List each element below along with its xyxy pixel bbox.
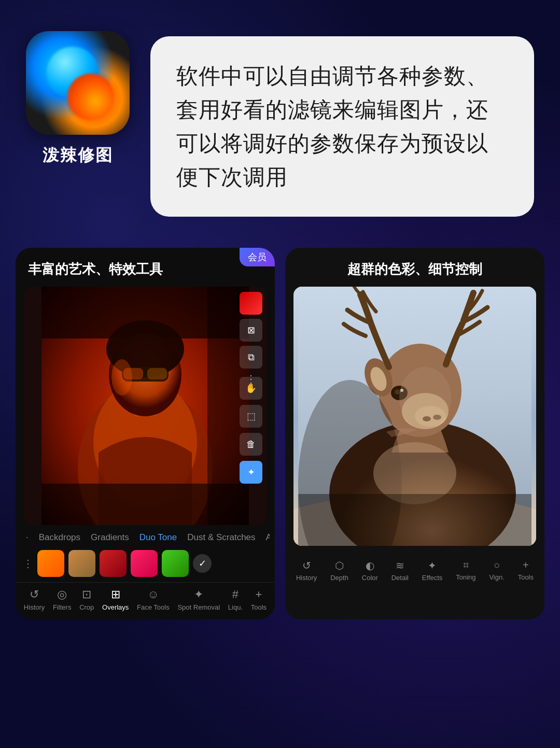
swatch-brown[interactable] <box>68 550 95 577</box>
svg-point-28 <box>399 367 451 429</box>
right-nav-tools[interactable]: + Tools <box>518 559 534 582</box>
swatch-checkmark[interactable]: ✓ <box>193 554 212 573</box>
filters-label: Filters <box>53 603 71 611</box>
svg-rect-29 <box>298 494 531 546</box>
top-section: 泼辣修图 软件中可以自由调节各种参数、套用好看的滤镜来编辑图片，还可以将调好的参… <box>0 0 560 237</box>
right-depth-label: Depth <box>330 574 348 582</box>
right-toning-icon: ⌗ <box>463 559 469 571</box>
nav-item-spot-removal[interactable]: ✦ Spot Removal <box>177 588 220 611</box>
filter-gradients[interactable]: Gradients <box>88 530 132 545</box>
app-name: 泼辣修图 <box>43 144 113 167</box>
right-toning-label: Toning <box>456 573 475 581</box>
tools-label: Tools <box>251 603 267 611</box>
description-card: 软件中可以自由调节各种参数、套用好看的滤镜来编辑图片，还可以将调好的参数保存为预… <box>150 36 534 217</box>
spot-removal-label: Spot Removal <box>177 603 220 611</box>
filter-duotone[interactable]: Duo Tone <box>136 530 180 545</box>
filter-tabs-area: · Backdrops Gradients Duo Tone Dust & Sc… <box>16 525 275 582</box>
right-bottom-nav: ↺ History ⬡ Depth ◐ Color ≋ Detail ✦ Eff… <box>285 551 544 590</box>
svg-point-10 <box>111 359 132 396</box>
nav-item-tools[interactable]: + Tools <box>251 588 267 611</box>
right-phone-title: 超群的色彩、细节控制 <box>298 260 532 278</box>
app-icon-orb-orange <box>67 74 114 120</box>
right-nav-vign[interactable]: ○ Vign. <box>489 559 504 582</box>
right-effects-label: Effects <box>422 574 443 582</box>
face-tools-label: Face Tools <box>137 603 170 611</box>
description-text: 软件中可以自由调节各种参数、套用好看的滤镜来编辑图片，还可以将调好的参数保存为预… <box>176 59 508 194</box>
right-nav-history[interactable]: ↺ History <box>296 559 317 582</box>
right-nav-detail[interactable]: ≋ Detail <box>391 559 409 582</box>
screenshots-section: 会员 丰富的艺术、特效工具 <box>0 248 560 619</box>
swatch-red[interactable] <box>100 550 127 577</box>
svg-rect-9 <box>147 368 167 379</box>
expand-tool-btn[interactable]: ⊠ <box>240 319 262 342</box>
nav-item-liqu[interactable]: # Liqu. <box>228 588 243 611</box>
right-nav-depth[interactable]: ⬡ Depth <box>330 559 348 582</box>
right-vign-icon: ○ <box>494 559 500 571</box>
left-phone-title: 丰富的艺术、特效工具 <box>28 260 163 278</box>
filter-swatches-row: ⋮ ✓ <box>21 545 270 582</box>
right-nav-toning[interactable]: ⌗ Toning <box>456 559 475 582</box>
overlays-label: Overlays <box>102 603 129 611</box>
right-detail-icon: ≋ <box>396 559 404 572</box>
filter-dot[interactable]: · <box>23 530 32 545</box>
face-tools-icon: ☺ <box>147 588 159 601</box>
copy-tool-btn[interactable]: ⧉ <box>240 346 262 369</box>
crop-label: Crop <box>79 603 94 611</box>
right-phone-header: 超群的色彩、细节控制 <box>285 248 544 287</box>
right-nav-color[interactable]: ◐ Color <box>362 559 378 582</box>
color-swatch[interactable] <box>240 292 262 315</box>
nav-item-face-tools[interactable]: ☺ Face Tools <box>137 588 170 611</box>
delete-tool-btn[interactable]: 🗑 <box>240 433 262 456</box>
app-icon <box>26 31 130 135</box>
swatch-orange[interactable] <box>37 550 64 577</box>
filter-backdrops[interactable]: Backdrops <box>36 530 83 545</box>
swatch-pink[interactable] <box>131 550 158 577</box>
right-history-label: History <box>296 574 317 582</box>
overlays-icon: ⊞ <box>111 588 120 601</box>
tools-icon: + <box>255 588 262 601</box>
woman-photo-area: ⊠ ⧉ ⋮ ✋ ⬚ 🗑 ✦ <box>24 287 267 525</box>
right-vign-label: Vign. <box>489 573 504 581</box>
nav-item-overlays[interactable]: ⊞ Overlays <box>102 588 129 611</box>
right-nav-effects[interactable]: ✦ Effects <box>422 559 443 582</box>
right-effects-icon: ✦ <box>428 559 437 572</box>
nav-item-crop[interactable]: ⊡ Crop <box>79 588 94 611</box>
swatches-menu-icon[interactable]: ⋮ <box>23 557 33 570</box>
deer-photo-area <box>293 287 536 546</box>
history-label: History <box>24 603 45 611</box>
left-phone-header: 丰富的艺术、特效工具 <box>16 248 275 287</box>
spot-removal-icon: ✦ <box>194 588 203 601</box>
woman-photo-svg <box>24 287 267 525</box>
left-bottom-nav: ↺ History ◎ Filters ⊡ Crop ⊞ Overlays ☺ … <box>16 582 275 619</box>
hand-tools-panel: ✋ ⬚ 🗑 ✦ <box>240 377 262 484</box>
right-phone-mockup: 超群的色彩、细节控制 <box>285 248 544 619</box>
eyedropper-tool-btn[interactable]: ✦ <box>240 461 262 484</box>
vip-badge: 会员 <box>240 248 275 266</box>
filter-all[interactable]: All <box>263 530 270 545</box>
right-detail-label: Detail <box>391 574 409 582</box>
filter-tabs-list: · Backdrops Gradients Duo Tone Dust & Sc… <box>21 530 270 545</box>
right-color-label: Color <box>362 574 378 582</box>
right-tool-panel: ⊠ ⧉ ⋮ <box>240 292 262 385</box>
swatch-green[interactable] <box>162 550 189 577</box>
deer-photo-svg <box>293 287 536 546</box>
right-tools-icon: + <box>523 559 529 571</box>
filter-dust[interactable]: Dust & Scratches <box>184 530 258 545</box>
history-icon: ↺ <box>30 588 39 601</box>
nav-item-filters[interactable]: ◎ Filters <box>53 588 71 611</box>
right-history-icon: ↺ <box>302 559 311 572</box>
left-phone-mockup: 会员 丰富的艺术、特效工具 <box>16 248 275 619</box>
app-icon-area: 泼辣修图 <box>26 31 130 167</box>
filters-icon: ◎ <box>57 588 67 601</box>
right-color-icon: ◐ <box>366 559 374 572</box>
right-tools-label: Tools <box>518 573 534 581</box>
right-depth-icon: ⬡ <box>335 559 344 572</box>
svg-rect-12 <box>41 484 249 525</box>
hand-tool-btn[interactable]: ✋ <box>240 377 262 400</box>
liqu-label: Liqu. <box>228 603 243 611</box>
crop-icon: ⊡ <box>82 588 91 601</box>
select-tool-btn[interactable]: ⬚ <box>240 405 262 428</box>
nav-item-history[interactable]: ↺ History <box>24 588 45 611</box>
liqu-icon: # <box>232 588 239 601</box>
